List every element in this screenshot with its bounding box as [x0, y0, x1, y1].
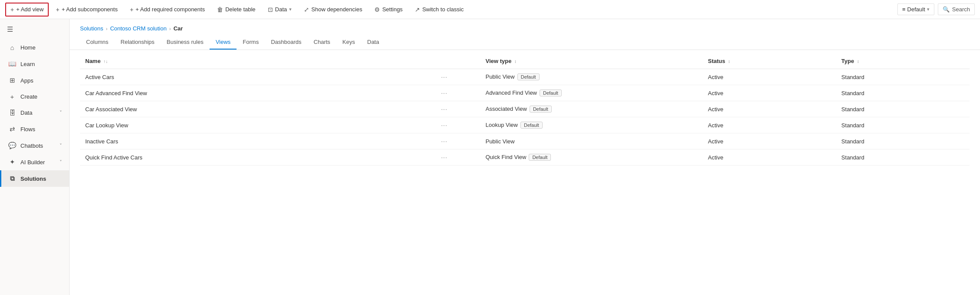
tab-keys[interactable]: Keys — [337, 35, 361, 50]
tab-forms[interactable]: Forms — [237, 35, 265, 50]
cell-row-options[interactable]: ··· — [436, 101, 480, 117]
sidebar-item-apps[interactable]: ⊞ Apps — [0, 72, 69, 89]
tab-views[interactable]: Views — [210, 35, 237, 50]
cell-name: Inactive Cars — [80, 133, 436, 149]
add-subcomponents-label: + Add subcomponents — [62, 6, 118, 13]
chatbots-chevron-icon: ˅ — [60, 143, 62, 149]
breadcrumb-separator-2: › — [169, 26, 171, 31]
cell-view-type: Lookup ViewDefault — [480, 117, 703, 133]
data-label: Data — [275, 6, 287, 13]
switch-classic-label: Switch to classic — [422, 6, 463, 13]
cell-name: Active Cars — [80, 69, 436, 85]
cell-type: Standard — [836, 117, 970, 133]
tab-charts-label: Charts — [313, 39, 330, 45]
cell-type: Standard — [836, 149, 970, 166]
more-options-icon[interactable]: ··· — [441, 106, 447, 113]
show-dependencies-icon: ⤢ — [304, 6, 309, 13]
table-row: Car Associated View···Associated ViewDef… — [80, 101, 970, 117]
tab-columns[interactable]: Columns — [80, 35, 114, 50]
col-header-name[interactable]: Name ↑↓ — [80, 53, 436, 69]
more-options-icon[interactable]: ··· — [441, 122, 447, 129]
apps-icon: ⊞ — [8, 76, 16, 84]
cell-view-type: Quick Find ViewDefault — [480, 149, 703, 166]
cell-row-options[interactable]: ··· — [436, 85, 480, 101]
sidebar-item-home[interactable]: ⌂ Home — [0, 40, 69, 56]
sidebar-item-create[interactable]: + Create — [0, 89, 69, 105]
sidebar-item-label: Data — [20, 109, 32, 116]
tab-business-rules[interactable]: Business rules — [160, 35, 210, 50]
sidebar-item-label: Apps — [20, 77, 33, 84]
tab-dashboards[interactable]: Dashboards — [265, 35, 307, 50]
content-area: Solutions › Contoso CRM solution › Car C… — [70, 19, 980, 295]
sidebar-item-solutions[interactable]: ⧉ Solutions — [0, 170, 69, 187]
delete-table-button[interactable]: 🗑 Delete table — [212, 3, 260, 17]
delete-table-label: Delete table — [225, 6, 255, 13]
col-header-viewtype[interactable]: View type ↕ — [480, 53, 703, 69]
cell-status: Active — [703, 101, 836, 117]
col-name-label: Name — [85, 58, 100, 64]
cell-row-options[interactable]: ··· — [436, 69, 480, 85]
add-view-icon: + — [10, 6, 14, 13]
sidebar-item-learn[interactable]: 📖 Learn — [0, 56, 69, 72]
cell-type: Standard — [836, 85, 970, 101]
settings-button[interactable]: ⚙ Settings — [369, 3, 408, 17]
more-options-icon[interactable]: ··· — [441, 138, 447, 145]
default-badge: Default — [520, 122, 543, 129]
col-header-status[interactable]: Status ↕ — [703, 53, 836, 69]
cell-view-type: Public ViewDefault — [480, 69, 703, 85]
data-button[interactable]: ⊡ Data ▾ — [263, 3, 297, 17]
tab-relationships[interactable]: Relationships — [114, 35, 160, 50]
tab-data[interactable]: Data — [361, 35, 385, 50]
cell-row-options[interactable]: ··· — [436, 117, 480, 133]
tab-charts[interactable]: Charts — [307, 35, 336, 50]
sidebar-item-chatbots[interactable]: 💬 Chatbots ˅ — [0, 137, 69, 154]
default-badge: Default — [529, 154, 551, 161]
col-header-options — [436, 53, 480, 69]
table-row: Quick Find Active Cars···Quick Find View… — [80, 149, 970, 166]
sidebar-item-flows[interactable]: ⇄ Flows — [0, 121, 69, 137]
more-options-icon[interactable]: ··· — [441, 89, 447, 96]
col-header-type[interactable]: Type ↕ — [836, 53, 970, 69]
sidebar-item-data[interactable]: 🗄 Data ˅ — [0, 105, 69, 121]
table-row: Inactive Cars···Public ViewActiveStandar… — [80, 133, 970, 149]
hamburger-icon: ☰ — [7, 26, 13, 33]
add-required-button[interactable]: + + Add required components — [125, 3, 210, 17]
sidebar-item-label: Chatbots — [20, 143, 43, 149]
more-options-icon[interactable]: ··· — [441, 73, 447, 80]
settings-icon: ⚙ — [374, 6, 380, 13]
add-subcomponents-button[interactable]: + + Add subcomponents — [50, 3, 123, 17]
sidebar-item-ai-builder[interactable]: ✦ AI Builder ˅ — [0, 154, 69, 170]
add-view-label: + Add view — [16, 6, 43, 13]
tab-data-label: Data — [367, 39, 379, 45]
sidebar-item-label: Solutions — [20, 176, 46, 182]
cell-status: Active — [703, 69, 836, 85]
tab-forms-label: Forms — [243, 39, 259, 45]
ai-builder-chevron-icon: ˅ — [60, 159, 62, 165]
flows-icon: ⇄ — [8, 125, 16, 133]
name-sort-icon: ↑↓ — [103, 59, 108, 64]
add-subcomponents-icon: + — [56, 6, 59, 13]
settings-label: Settings — [382, 6, 403, 13]
cell-view-type: Associated ViewDefault — [480, 101, 703, 117]
solutions-icon: ⧉ — [8, 175, 16, 182]
breadcrumb-contoso-link[interactable]: Contoso CRM solution — [110, 25, 167, 32]
table-row: Car Advanced Find View···Advanced Find V… — [80, 85, 970, 101]
switch-classic-button[interactable]: ↗ Switch to classic — [410, 3, 469, 17]
data-chevron-icon: ▾ — [289, 7, 292, 12]
tab-dashboards-label: Dashboards — [271, 39, 301, 45]
more-options-icon[interactable]: ··· — [441, 154, 447, 161]
col-viewtype-label: View type — [486, 58, 512, 64]
default-button[interactable]: ≡ Default ▾ — [897, 3, 934, 15]
search-box[interactable]: 🔍 Search — [938, 3, 975, 15]
cell-row-options[interactable]: ··· — [436, 133, 480, 149]
col-type-label: Type — [841, 58, 854, 64]
add-view-button[interactable]: + + Add view — [5, 3, 49, 17]
data-icon: ⊡ — [268, 6, 273, 13]
cell-row-options[interactable]: ··· — [436, 149, 480, 166]
col-status-label: Status — [708, 58, 725, 64]
hamburger-button[interactable]: ☰ — [0, 19, 69, 40]
show-dependencies-button[interactable]: ⤢ Show dependencies — [299, 3, 367, 17]
views-table: Name ↑↓ View type ↕ Status ↕ — [80, 53, 970, 166]
breadcrumb-solutions-link[interactable]: Solutions — [80, 25, 103, 32]
type-sort-icon: ↕ — [857, 59, 859, 64]
